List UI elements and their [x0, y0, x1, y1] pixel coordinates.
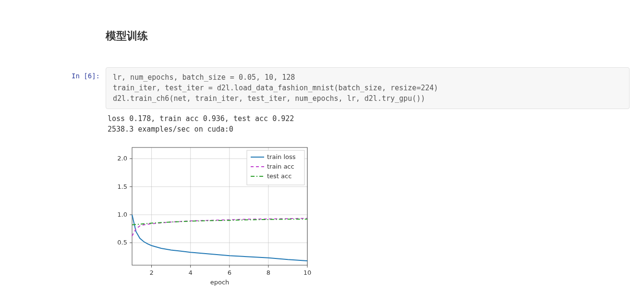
code-line: d2l.train_ch6(net, train_iter, test_iter… [113, 94, 425, 103]
legend-label: train loss [267, 153, 296, 160]
section-heading: 模型训练 [106, 29, 630, 43]
input-prompt: In [6]: [72, 67, 100, 80]
code-content: lr, num_epochs, batch_size = 0.05, 10, 1… [106, 67, 644, 287]
code-cell: In [6]: lr, num_epochs, batch_size = 0.0… [0, 67, 644, 287]
y-tick-label: 2.0 [117, 155, 127, 162]
output-line: loss 0.178, train acc 0.936, test acc 0.… [108, 114, 294, 123]
x-tick-label: 4 [189, 269, 193, 276]
prompt-col: In [6]: [0, 67, 106, 80]
legend-label: train acc [267, 163, 294, 170]
x-axis-label: epoch [210, 279, 230, 286]
training-chart: 2.0 1.5 1.0 0.5 2 4 6 8 10 epoch [106, 138, 630, 287]
y-tick-label: 1.5 [117, 183, 127, 190]
markdown-content: 模型训练 [106, 14, 644, 62]
notebook: 模型训练 In [6]: lr, num_epochs, batch_size … [0, 0, 644, 306]
markdown-cell: 模型训练 [0, 14, 644, 62]
x-tick-label: 2 [149, 269, 153, 276]
x-tick-label: 10 [304, 269, 312, 276]
x-tick-label: 8 [267, 269, 270, 276]
code-input-area[interactable]: lr, num_epochs, batch_size = 0.05, 10, 1… [106, 67, 630, 109]
x-tick-label: 6 [228, 269, 231, 276]
chart-legend: train loss train acc test acc [247, 150, 304, 185]
legend-label: test acc [267, 172, 292, 180]
chart-svg: 2.0 1.5 1.0 0.5 2 4 6 8 10 epoch [106, 143, 312, 287]
y-tick-label: 1.0 [117, 211, 127, 218]
output-line: 2538.3 examples/sec on cuda:0 [108, 125, 233, 134]
code-line: train_iter, test_iter = d2l.load_data_fa… [113, 84, 438, 92]
code-output-text: loss 0.178, train acc 0.936, test acc 0.… [106, 109, 630, 138]
y-tick-label: 0.5 [117, 239, 127, 246]
code-line: lr, num_epochs, batch_size = 0.05, 10, 1… [113, 73, 295, 82]
